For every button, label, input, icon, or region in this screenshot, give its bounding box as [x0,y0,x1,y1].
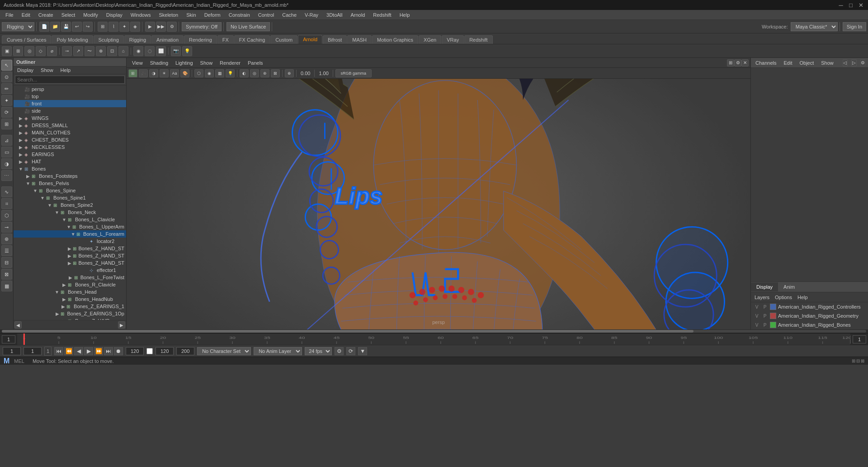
menu-skin[interactable]: Skin [183,11,199,19]
no-anim-layer-dropdown[interactable]: No Anim Layer [254,347,302,355]
blend-shape-btn[interactable]: ⌂ [118,46,128,56]
tree-item-bones-zearings1op[interactable]: ▶ ⊞ Bones_Z_EARINGS_1Op [14,310,126,317]
ik-handle-btn[interactable]: ↗ [73,46,83,56]
sel-comp-btn[interactable]: ◇ [36,46,46,56]
vp-menu-renderer[interactable]: Renderer [216,59,244,67]
play-fwd-btn[interactable]: ▶ [84,347,93,355]
lattice-btn[interactable]: ⊡ [107,46,117,56]
sel-hier-btn[interactable]: ⊞ [13,46,23,56]
rotate-tool[interactable]: ⟳ [1,107,12,118]
help-menu-layers[interactable]: Help [796,295,810,300]
tab-sculpting[interactable]: Sculpting [94,35,124,44]
select-tool[interactable]: ↖ [1,60,12,71]
fps-dropdown[interactable]: 24 fps [305,347,332,355]
outliner-scroll-left[interactable]: ◀ [14,321,22,329]
outliner-show-menu[interactable]: Show [37,67,57,74]
snap-surface-button[interactable]: ◈ [130,22,140,32]
step-back-btn[interactable]: ⏪ [64,347,73,355]
tab-arnold[interactable]: Arnold [298,35,322,44]
snap-point-button[interactable]: ✦ [119,22,129,32]
goto-end-btn[interactable]: ⏭ [104,347,113,355]
tree-item-effector1[interactable]: ⊹ effector1 [14,267,126,274]
show-menu[interactable]: Show [819,60,835,66]
display-bb-btn[interactable]: ⬜ [156,46,166,56]
vp-menu-panels[interactable]: Panels [244,59,267,67]
vp-menu-view[interactable]: View [128,59,146,67]
tree-item-bones-lclavicle[interactable]: ▼ ⊞ Bones_L_Clavicle [14,216,126,223]
tab-motion-graphics[interactable]: Motion Graphics [372,35,418,44]
redo-button[interactable]: ↪ [83,22,93,32]
menu-redshift[interactable]: Redshift [369,11,395,19]
sel-obj-btn[interactable]: ◎ [24,46,34,56]
save-scene-button[interactable]: 💾 [61,22,71,32]
playback-end-input[interactable] [126,347,144,355]
timeline[interactable]: 1 5 10 15 20 25 30 [0,333,868,345]
light-btn[interactable]: 💡 [182,46,192,56]
vp-shadow-btn[interactable]: ◐ [240,69,249,77]
channel-options-btn[interactable]: ⚙ [860,59,865,67]
no-live-surface-button[interactable]: No Live Surface [226,22,270,31]
tab-custom[interactable]: Custom [270,35,297,44]
joint-tool2[interactable]: ⊸ [1,222,12,233]
menu-constrain[interactable]: Constrain [225,11,254,19]
tree-item-locator2[interactable]: ✦ locator2 [14,238,126,245]
tree-item-bones-zhand2[interactable]: ▶ ⊞ Bones_Z_HAND_ST [14,252,126,259]
show-manipulator[interactable]: ⊿ [1,135,12,146]
menu-3dtoall[interactable]: 3DtoAll [323,11,346,19]
sign-in-button[interactable]: Sign In [843,22,866,31]
step-fwd-btn[interactable]: ⏩ [94,347,103,355]
paint-weights[interactable]: ⊛ [1,234,12,244]
channel-expand-btn[interactable]: ▷ [851,59,856,67]
snap-curve-button[interactable]: ⌇ [108,22,118,32]
timeline-start-input[interactable] [2,335,15,343]
vp-grid-btn[interactable]: ⊞ [128,69,137,77]
scale-tool[interactable]: ⊞ [1,119,12,129]
vp-dof-btn[interactable]: ⊛ [260,69,269,77]
display-smooth-btn[interactable]: ◉ [133,46,143,56]
menu-select[interactable]: Select [58,11,79,19]
menu-create[interactable]: Create [35,11,57,19]
tab-vray[interactable]: VRay [442,35,464,44]
maximize-button[interactable]: □ [847,2,854,9]
symmetry-button[interactable]: Symmetry: Off [182,22,222,31]
goto-start-btn[interactable]: ⏮ [54,347,63,355]
vp-menu-shading[interactable]: Shading [146,59,172,67]
tree-item-bones-lforearm[interactable]: ▼ ⊞ Bones_L_Forearm [14,230,126,238]
tree-item-bones-lupperarm[interactable]: ▼ ⊞ Bones_L_UpperArm [14,223,126,230]
vp-gamma-dropdown[interactable]: sRGB gamma [335,69,372,77]
tree-item-necklesses[interactable]: ▶ ◈ NECKLESSES [14,143,126,151]
vp-textured-btn[interactable]: ▦ [215,69,224,77]
snap-grid-button[interactable]: ⊞ [98,22,108,32]
layer-item-controllers[interactable]: V P American_Indian_Rigged_Controllers [751,302,868,311]
outliner-help-menu[interactable]: Help [57,67,75,74]
timeline-grid[interactable]: 1 5 10 15 20 25 30 [17,334,850,345]
vp-panel-close[interactable]: ✕ [741,59,749,67]
play-back-btn[interactable]: ◀ [74,347,83,355]
timeline-scrollbar[interactable] [0,329,868,333]
render-seq-btn[interactable]: ▶▶ [156,22,166,32]
menu-control[interactable]: Control [255,11,278,19]
timeline-right-val[interactable] [853,335,866,343]
frame-current-input[interactable] [24,347,42,355]
tree-item-persp[interactable]: 🎥 persp [14,86,126,93]
anim-sync-btn[interactable]: ⟳ [346,347,355,355]
frame-start-input[interactable] [3,347,21,355]
tree-item-hat[interactable]: ▶ ◈ HAT [14,158,126,165]
tree-item-bones-foretwist[interactable]: ▶ ⊞ Bones_L_ForeTwist [14,274,126,281]
vp-aa-btn[interactable]: Aa [170,69,179,77]
layer-item-bones[interactable]: V P American_Indian_Rigged_Bones [751,320,868,329]
viewport-canvas[interactable]: Lips [127,79,750,329]
tree-item-top[interactable]: 🎥 top [14,93,126,100]
vp-shading-btn[interactable]: ◑ [149,69,158,77]
anim-tab[interactable]: Anim [778,282,800,291]
region-tool[interactable]: ▭ [1,147,12,157]
paint-tool[interactable]: ✏ [1,83,12,94]
tab-rigging[interactable]: Rigging [124,35,151,44]
total-frames2-input[interactable] [176,347,194,355]
menu-windows[interactable]: Windows [127,11,155,19]
layer-p-2[interactable]: P [762,314,768,319]
tree-item-bones-zhand3[interactable]: ▶ ⊞ Bones_Z_HAND_ST [14,259,126,267]
tree-item-bones-headnub[interactable]: ▶ ⊞ Bones_HeadNub [14,295,126,303]
tree-item-front[interactable]: 🎥 front [14,100,126,107]
auto-key-checkbox[interactable] [146,348,153,354]
